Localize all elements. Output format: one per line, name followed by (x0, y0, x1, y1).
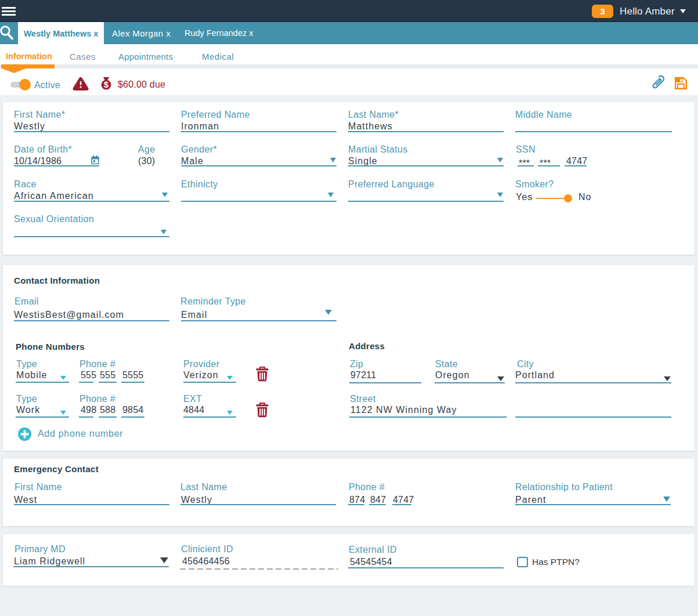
svg-text:$: $ (104, 79, 109, 89)
